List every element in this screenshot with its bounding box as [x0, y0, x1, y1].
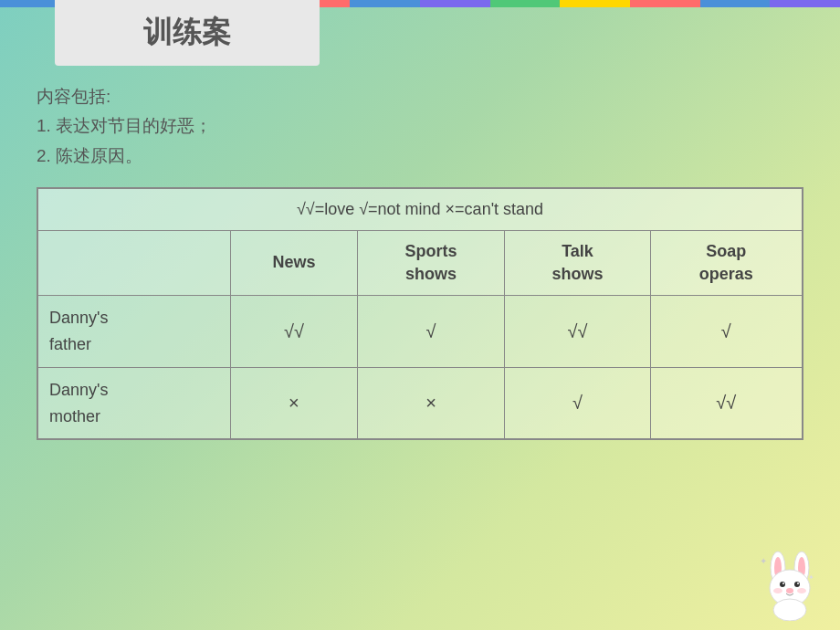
row-0-val-1: √ — [357, 296, 505, 368]
row-1-val-0: × — [231, 367, 358, 439]
stripe-10 — [630, 0, 700, 7]
row-0-val-2: √√ — [505, 296, 650, 368]
header-col-0 — [38, 230, 231, 295]
stripe-12 — [770, 0, 840, 7]
header-row: News Sportsshows Talkshows Soapoperas — [38, 230, 803, 295]
table-row: Danny'sfather √√ √ √√ √ — [38, 296, 803, 368]
header-col-3: Talkshows — [505, 230, 650, 295]
intro-line-2: 1. 表达对节目的好恶； — [37, 111, 803, 141]
intro-line-1: 内容包括: — [37, 82, 803, 111]
header-col-1: News — [231, 230, 358, 295]
row-label-1: Danny'smother — [38, 367, 231, 439]
header-col-2: Sportsshows — [357, 230, 505, 295]
legend-cell: √√=love √=not mind ×=can't stand — [38, 188, 803, 230]
intro-line-3: 2. 陈述原因。 — [37, 142, 803, 171]
stripe-9 — [560, 0, 630, 7]
stripe-11 — [700, 0, 771, 7]
row-0-val-3: √ — [650, 296, 802, 368]
svg-point-6 — [794, 582, 800, 587]
table-row: Danny'smother × × √ √√ — [38, 367, 803, 439]
svg-point-10 — [773, 588, 782, 593]
row-0-val-0: √√ — [231, 296, 358, 368]
svg-point-11 — [797, 588, 806, 593]
svg-point-8 — [797, 583, 799, 584]
stripe-6 — [350, 0, 420, 7]
svg-point-12 — [773, 599, 806, 621]
svg-text:✦: ✦ — [760, 556, 767, 566]
svg-point-9 — [786, 588, 793, 593]
row-1-val-2: √ — [505, 367, 650, 439]
row-1-val-3: √√ — [650, 367, 802, 439]
stripe-8 — [490, 0, 561, 7]
svg-text:✦: ✦ — [808, 573, 814, 582]
title-box: 训练案 — [55, 0, 320, 66]
stripe-7 — [420, 0, 490, 7]
svg-point-5 — [780, 582, 785, 587]
intro-text: 内容包括: 1. 表达对节目的好恶； 2. 陈述原因。 — [37, 82, 803, 171]
svg-point-7 — [782, 583, 784, 584]
legend-row: √√=love √=not mind ×=can't stand — [38, 188, 803, 230]
bunny-decoration: ✦ ✦ — [758, 548, 822, 621]
page-title: 训练案 — [143, 13, 231, 53]
main-table: √√=love √=not mind ×=can't stand News Sp… — [37, 188, 803, 440]
row-1-val-1: × — [357, 367, 505, 439]
header-col-4: Soapoperas — [650, 230, 802, 295]
table-wrapper: √√=love √=not mind ×=can't stand News Sp… — [37, 187, 803, 441]
main-content: 内容包括: 1. 表达对节目的好恶； 2. 陈述原因。 √√=love √=no… — [37, 82, 803, 440]
row-label-0: Danny'sfather — [38, 296, 231, 368]
